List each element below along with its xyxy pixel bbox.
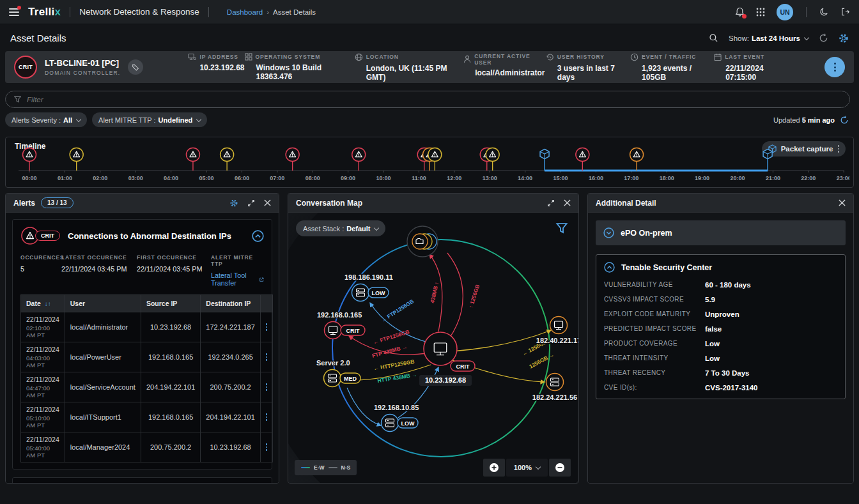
notifications-icon[interactable] [735, 7, 745, 17]
svg-text:04:00: 04:00 [164, 175, 178, 181]
timeline-alert-marker[interactable] [70, 148, 83, 171]
svg-text:09:00: 09:00 [341, 175, 355, 181]
detail-value: Low [705, 355, 837, 362]
map-title: Conversation Map [296, 199, 362, 208]
timeline-alert-marker[interactable] [23, 148, 36, 171]
asset-type: DOMAIN CONTROLLER. [45, 70, 120, 76]
alerts-settings-icon[interactable] [229, 199, 238, 208]
detail-section-tenable-security-center: Tenable Security CenterVULNERABILITY AGE… [596, 254, 846, 399]
asset-field-ip-address: IP ADDRESS10.23.192.68 [188, 53, 244, 82]
row-menu[interactable] [266, 353, 268, 361]
product-name: Network Detection & Response [79, 7, 199, 17]
section-collapse-icon[interactable] [603, 227, 614, 238]
svg-text:10:00: 10:00 [376, 175, 391, 181]
settings-gear-icon[interactable] [839, 33, 849, 43]
zoom-in-button[interactable] [483, 459, 505, 477]
row-menu[interactable] [266, 443, 268, 451]
timeline-alert-marker[interactable] [186, 148, 199, 171]
alerts-panel: Alerts 13 / 13 CRITConnections to Abnorm… [5, 193, 279, 484]
row-menu[interactable] [266, 413, 268, 421]
timeline-alert-marker[interactable] [221, 148, 234, 171]
svg-text:Server 2.0: Server 2.0 [316, 359, 350, 367]
refresh-icon[interactable] [819, 33, 828, 43]
row-menu[interactable] [266, 323, 268, 331]
additional-detail-panel: Additional Detail ePO On-premTenable Sec… [587, 193, 854, 484]
dark-mode-icon[interactable] [819, 7, 829, 17]
asset-severity-badge: CRIT [14, 56, 37, 79]
detail-label: PRODUCT COVERAGE [604, 340, 705, 347]
map-filter-icon[interactable] [555, 222, 568, 234]
detail-title: Additional Detail [596, 199, 656, 208]
apps-grid-icon[interactable] [756, 8, 765, 17]
detail-value: Unproven [705, 310, 837, 318]
top-nav: Trellix Network Detection & Response Das… [0, 0, 859, 24]
svg-text:02:00: 02:00 [93, 175, 107, 181]
timeline-panel: Timeline Packet capture 00:0001:0002:000… [5, 137, 854, 188]
alerts-severity-filter[interactable]: Alerts Severity :All [5, 112, 87, 127]
timeline-alert-marker[interactable] [428, 148, 442, 171]
asset-actions-menu[interactable] [824, 57, 845, 77]
search-icon[interactable] [709, 33, 718, 43]
asset-field-user-history: USER HISTORY3 users in last 7 days [546, 53, 630, 82]
col-user[interactable]: User [65, 295, 141, 312]
packet-capture-marker[interactable] [763, 149, 772, 171]
breadcrumb-dashboard[interactable]: Dashboard [227, 8, 263, 16]
asset-field-event-traffic: EVENT / TRAFFIC1,923 events / 105GB [630, 53, 714, 82]
alerts-close-icon[interactable] [264, 199, 271, 206]
trellix-logo[interactable]: Trellix [28, 6, 61, 19]
svg-text:16:00: 16:00 [589, 175, 603, 181]
detail-close-icon[interactable] [839, 199, 846, 206]
table-row[interactable]: 22/11/202405:10:00 AM PTlocal/ITSupport1… [21, 402, 273, 432]
table-row[interactable]: 22/11/202404:03:00 AM PTlocal/PowerUser1… [21, 342, 273, 372]
alert-mitre-filter[interactable]: Alert MITRE TTP :Undefined [92, 112, 207, 127]
filter-pill-row: Alerts Severity :All Alert MITRE TTP :Un… [5, 112, 849, 127]
history-icon [546, 53, 554, 61]
page-header: Asset Details Show:Last 24 Hours [0, 24, 859, 51]
menu-icon[interactable] [9, 8, 19, 16]
conversation-map-graph: ← FTP1256GB← FTP1256GBFTP 438MB →← HTTP1… [288, 213, 578, 484]
time-range-select[interactable]: Show:Last 24 Hours [729, 34, 809, 42]
col-destination-ip[interactable]: Destination IP [201, 295, 260, 312]
asset-field-last-event: LAST EVENT22/11/2024 07:15:00 [714, 53, 793, 82]
section-collapse-icon[interactable] [604, 262, 615, 273]
detail-section-epo-on-prem[interactable]: ePO On-prem [596, 220, 846, 245]
packet-capture-marker[interactable] [540, 149, 549, 171]
zoom-out-button[interactable] [549, 459, 571, 477]
timeline-alert-marker[interactable] [286, 148, 299, 171]
svg-text:198.186.190.11: 198.186.190.11 [344, 273, 393, 281]
timeline-alert-marker[interactable] [630, 148, 644, 171]
alerts-expand-icon[interactable] [247, 199, 255, 207]
map-zoom-controls: 100% [483, 459, 571, 477]
mitre-ttp-link[interactable]: Lateral Tool Transfer [211, 271, 264, 287]
svg-text:12:00: 12:00 [447, 175, 461, 181]
svg-text:CRIT: CRIT [346, 328, 360, 334]
map-direction-legend[interactable]: E-WN-S [295, 460, 357, 475]
zoom-level-select[interactable]: 100% [506, 459, 548, 477]
timeline-alert-marker[interactable] [352, 148, 366, 171]
refresh-updated-icon[interactable] [840, 116, 849, 125]
table-row[interactable]: 22/11/202405:40:00 AM PTlocal/Manager202… [21, 432, 273, 462]
logout-icon[interactable] [840, 7, 850, 17]
asset-tag-button[interactable] [128, 59, 143, 75]
timeline-alert-marker[interactable] [576, 148, 589, 171]
svg-text:17:00: 17:00 [624, 175, 638, 181]
sort-icon[interactable]: ↓↑ [45, 300, 51, 307]
asset-stack-select[interactable]: Asset Stack :Default [296, 220, 385, 236]
col-date[interactable]: Date↓↑ [21, 295, 65, 312]
table-row[interactable]: 22/11/202402:10:00 AM PTlocal/Administra… [21, 312, 273, 342]
conversation-map-panel: Conversation Map Asset Stack :Default ← … [288, 193, 579, 484]
alert-collapse-toggle[interactable] [252, 230, 264, 242]
detail-value: CVS-2017-3140 [705, 384, 837, 392]
map-node-group[interactable] [407, 226, 438, 257]
timeline-alert-marker[interactable] [486, 148, 499, 171]
map-expand-icon[interactable] [547, 199, 555, 207]
conversation-map-canvas[interactable]: Asset Stack :Default ← FTP1256GB← FTP125… [288, 213, 578, 483]
map-close-icon[interactable] [564, 199, 571, 206]
svg-text:LOW: LOW [372, 290, 385, 296]
user-avatar[interactable]: UN [777, 4, 793, 20]
table-row[interactable]: 22/11/202404:47:00 AM PTlocal/ServiceAcc… [21, 372, 273, 402]
svg-text:08:00: 08:00 [306, 175, 320, 181]
filter-input[interactable] [27, 96, 842, 103]
col-source-ip[interactable]: Source IP [141, 295, 200, 312]
row-menu[interactable] [266, 383, 268, 391]
